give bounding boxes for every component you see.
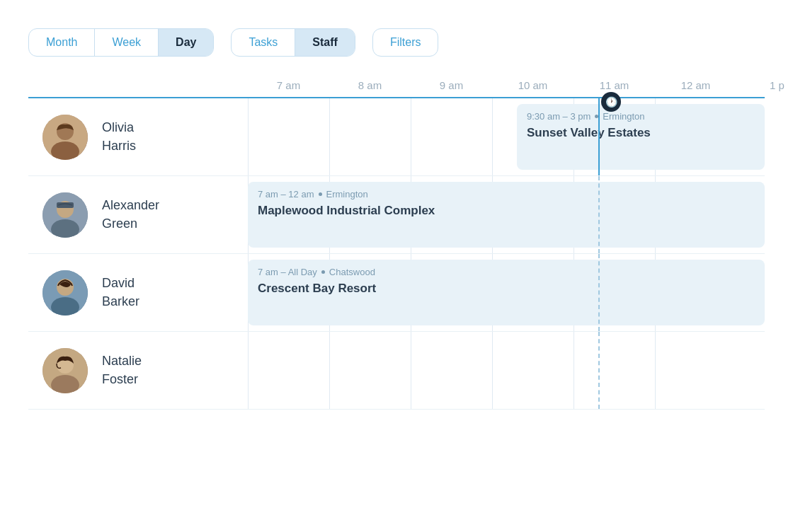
time-1pm: 1 p bbox=[736, 79, 793, 97]
clock-icon: 🕐 bbox=[605, 96, 617, 108]
action-tab-group: Tasks Staff bbox=[231, 28, 355, 57]
grid-line bbox=[248, 332, 329, 409]
tab-month[interactable]: Month bbox=[29, 29, 95, 56]
event-dot bbox=[321, 270, 325, 274]
filters-tab-group: Filters bbox=[372, 28, 439, 57]
time-line-dashed bbox=[598, 176, 600, 253]
time-8am: 8 am bbox=[329, 79, 411, 97]
grid-line bbox=[329, 98, 411, 175]
event-meta: 9:30 am – 3 pm Ermington bbox=[527, 111, 755, 122]
grid-line bbox=[492, 332, 574, 409]
time-12am: 12 am bbox=[655, 79, 736, 97]
grid-line bbox=[574, 332, 655, 409]
tab-bar: Month Week Day Tasks Staff Filters bbox=[28, 28, 765, 57]
staff-info-natalie: Natalie Foster bbox=[28, 332, 248, 409]
event-card[interactable]: 7 am – All Day Chatswood Crescent Bay Re… bbox=[248, 260, 765, 325]
event-location: Chatswood bbox=[329, 267, 375, 277]
schedule-area-david: 7 am – All Day Chatswood Crescent Bay Re… bbox=[248, 254, 765, 331]
staff-rows: Olivia Harris bbox=[28, 97, 765, 410]
schedule-wrapper: 7 am 8 am 9 am 10 am 11 am 12 am 1 p 🕐 bbox=[28, 79, 765, 410]
table-row: Alexander Green bbox=[28, 176, 765, 254]
avatar bbox=[42, 270, 88, 316]
grid-line bbox=[411, 98, 492, 175]
grid-lines bbox=[248, 332, 765, 409]
current-time-indicator: 🕐 bbox=[601, 92, 621, 112]
time-line-dashed bbox=[598, 254, 600, 331]
schedule-area-natalie bbox=[248, 332, 765, 409]
event-location: Ermington bbox=[326, 189, 368, 200]
grid-line bbox=[411, 332, 492, 409]
tab-staff[interactable]: Staff bbox=[295, 29, 355, 56]
staff-name-david: David Barker bbox=[102, 274, 139, 310]
schedule-area-alexander: 7 am – 12 am Ermington Maplewood Industr… bbox=[248, 176, 765, 253]
staff-info-alexander: Alexander Green bbox=[28, 176, 248, 253]
event-title: Crescent Bay Resort bbox=[258, 282, 755, 296]
time-header: 7 am 8 am 9 am 10 am 11 am 12 am 1 p 🕐 bbox=[248, 79, 765, 97]
tab-day[interactable]: Day bbox=[159, 29, 213, 56]
event-meta: 7 am – All Day Chatswood bbox=[258, 267, 755, 277]
event-dot bbox=[319, 192, 322, 196]
view-tab-group: Month Week Day bbox=[28, 28, 214, 57]
event-location: Ermington bbox=[603, 111, 644, 122]
schedule-area-olivia: 9:30 am – 3 pm Ermington Sunset Valley E… bbox=[248, 98, 765, 175]
event-card[interactable]: 9:30 am – 3 pm Ermington Sunset Valley E… bbox=[517, 104, 765, 170]
event-meta: 7 am – 12 am Ermington bbox=[258, 189, 755, 200]
table-row: David Barker bbox=[28, 254, 765, 332]
grid-line bbox=[655, 332, 736, 409]
staff-info-david: David Barker bbox=[28, 254, 248, 331]
tab-filters[interactable]: Filters bbox=[373, 29, 438, 56]
time-10am: 10 am bbox=[492, 79, 574, 97]
table-row: Natalie Foster bbox=[28, 332, 765, 410]
table-row: Olivia Harris bbox=[28, 98, 765, 176]
event-card[interactable]: 7 am – 12 am Ermington Maplewood Industr… bbox=[248, 182, 765, 248]
tab-tasks[interactable]: Tasks bbox=[232, 29, 295, 56]
grid-line bbox=[329, 332, 411, 409]
main-container: Month Week Day Tasks Staff Filters 7 am … bbox=[0, 0, 793, 410]
event-time: 9:30 am – 3 pm bbox=[527, 111, 591, 122]
event-time: 7 am – All Day bbox=[258, 267, 317, 277]
event-time: 7 am – 12 am bbox=[258, 189, 314, 200]
svg-point-8 bbox=[57, 279, 74, 296]
time-line-dashed bbox=[598, 332, 600, 409]
event-title: Sunset Valley Estates bbox=[527, 126, 755, 140]
time-line-solid bbox=[598, 98, 600, 175]
avatar bbox=[42, 115, 88, 160]
time-7am: 7 am bbox=[248, 79, 329, 97]
grid-line bbox=[248, 98, 329, 175]
staff-name-olivia: Olivia Harris bbox=[102, 119, 136, 154]
staff-name-alexander: Alexander Green bbox=[102, 197, 159, 232]
event-title: Maplewood Industrial Complex bbox=[258, 204, 755, 218]
avatar bbox=[42, 192, 88, 238]
tab-week[interactable]: Week bbox=[95, 29, 159, 56]
time-9am: 9 am bbox=[411, 79, 492, 97]
staff-name-natalie: Natalie Foster bbox=[102, 352, 142, 388]
avatar bbox=[42, 348, 88, 393]
staff-info-olivia: Olivia Harris bbox=[28, 98, 248, 175]
